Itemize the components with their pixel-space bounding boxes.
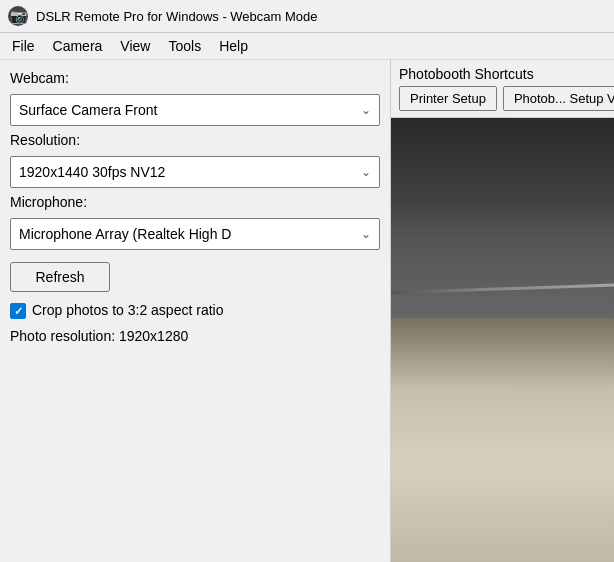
title-text: DSLR Remote Pro for Windows - Webcam Mod… (36, 9, 318, 24)
menu-tools[interactable]: Tools (160, 35, 209, 57)
photobooth-buttons: Printer Setup Photob... Setup V (399, 86, 614, 111)
right-panel: Photobooth Shortcuts Printer Setup Photo… (390, 60, 614, 562)
microphone-value: Microphone Array (Realtek High D (19, 226, 231, 242)
resolution-value: 1920x1440 30fps NV12 (19, 164, 165, 180)
microphone-dropdown[interactable]: Microphone Array (Realtek High D ⌄ (10, 218, 380, 250)
crop-checkbox-row[interactable]: Crop photos to 3:2 aspect ratio (10, 302, 380, 320)
menu-help[interactable]: Help (211, 35, 256, 57)
main-content: Webcam: Surface Camera Front ⌄ Resolutio… (0, 60, 614, 562)
printer-setup-button[interactable]: Printer Setup (399, 86, 497, 111)
photobooth-setup-button[interactable]: Photob... Setup V (503, 86, 614, 111)
menu-view[interactable]: View (112, 35, 158, 57)
crop-label: Crop photos to 3:2 aspect ratio (32, 302, 223, 318)
webcam-label: Webcam: (10, 70, 380, 86)
microphone-dropdown-arrow: ⌄ (361, 227, 371, 241)
webcam-value: Surface Camera Front (19, 102, 158, 118)
webcam-dropdown[interactable]: Surface Camera Front ⌄ (10, 94, 380, 126)
microphone-label: Microphone: (10, 194, 380, 210)
crop-checkbox[interactable] (10, 303, 26, 319)
title-bar: 📷 DSLR Remote Pro for Windows - Webcam M… (0, 0, 614, 33)
resolution-dropdown[interactable]: 1920x1440 30fps NV12 ⌄ (10, 156, 380, 188)
photobooth-shortcuts: Photobooth Shortcuts Printer Setup Photo… (391, 60, 614, 118)
menu-camera[interactable]: Camera (45, 35, 111, 57)
app-icon: 📷 (8, 6, 28, 26)
left-panel: Webcam: Surface Camera Front ⌄ Resolutio… (0, 60, 390, 562)
resolution-label: Resolution: (10, 132, 380, 148)
refresh-button[interactable]: Refresh (10, 262, 110, 292)
photobooth-title: Photobooth Shortcuts (399, 66, 614, 82)
ceiling-line (391, 282, 614, 294)
webcam-dropdown-arrow: ⌄ (361, 103, 371, 117)
photo-resolution: Photo resolution: 1920x1280 (10, 328, 380, 344)
resolution-dropdown-arrow: ⌄ (361, 165, 371, 179)
menu-bar: File Camera View Tools Help (0, 33, 614, 60)
camera-preview (391, 118, 614, 562)
menu-file[interactable]: File (4, 35, 43, 57)
